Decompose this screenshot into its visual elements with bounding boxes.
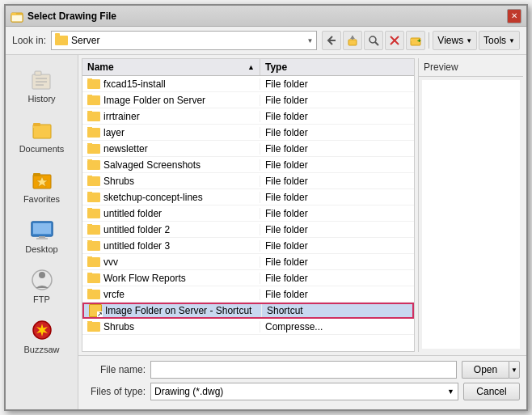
file-name-row: File name: Open ▼	[85, 361, 520, 379]
file-name-text: layer	[103, 127, 125, 138]
table-row[interactable]: Salvaged Screenshots File folder	[82, 157, 414, 173]
delete-button[interactable]	[385, 31, 404, 50]
cell-type: Shortcut	[262, 305, 343, 316]
preview-panel: Preview	[418, 58, 523, 352]
file-type-value: Drawing (*.dwg)	[154, 386, 223, 397]
open-dropdown-button[interactable]: ▼	[509, 361, 520, 379]
column-name[interactable]: Name ▲	[82, 59, 260, 75]
look-in-combo[interactable]: Server ▼	[51, 31, 317, 50]
cell-type: File folder	[260, 78, 341, 90]
tools-arrow-icon: ▼	[509, 37, 515, 44]
table-row[interactable]: irrtrainer File folder	[82, 108, 414, 125]
table-row[interactable]: Image Folder on Server - Shortcut Shortc…	[82, 303, 414, 319]
folder-icon	[87, 257, 100, 267]
file-name-input[interactable]	[150, 361, 457, 379]
cell-name: newsletter	[82, 143, 260, 155]
cell-name: Image Folder on Server	[82, 95, 260, 106]
sidebar-item-documents[interactable]: Documents	[9, 112, 75, 159]
cell-name: Shrubs	[82, 321, 260, 332]
table-row[interactable]: untitled folder File folder	[82, 205, 414, 222]
cell-name: untitled folder	[82, 208, 260, 219]
svg-rect-20	[33, 123, 40, 126]
open-label: Open	[474, 364, 497, 375]
close-button[interactable]: ✕	[507, 9, 521, 23]
folder-icon	[87, 95, 100, 105]
table-row[interactable]: fxcad15-install File folder	[82, 76, 414, 92]
cell-type: Compresse...	[260, 321, 341, 332]
table-row[interactable]: untitled folder 3 File folder	[82, 238, 414, 254]
file-type-label: Files of type:	[85, 386, 146, 397]
svg-rect-27	[36, 238, 48, 239]
svg-rect-11	[411, 39, 415, 41]
search-button[interactable]	[364, 31, 383, 50]
file-name-text: Shrubs	[103, 321, 134, 332]
file-name-text: Image Folder on Server	[103, 95, 205, 106]
sort-arrow-icon: ▲	[247, 63, 255, 71]
open-btn-group: Open ▼	[462, 361, 520, 379]
cell-name: irrtrainer	[82, 111, 260, 122]
sidebar-buzzsaw-label: Buzzsaw	[23, 345, 59, 354]
file-name-text: untitled folder 3	[103, 240, 170, 252]
up-button[interactable]	[343, 31, 362, 50]
cell-type: File folder	[260, 159, 341, 171]
table-row[interactable]: Shrubs File folder	[82, 173, 414, 189]
file-list-container: Name ▲ Type fxcad15-install File folder …	[78, 55, 526, 355]
table-row[interactable]: Shrubs Compresse...	[82, 319, 414, 335]
cell-name: Salvaged Screenshots	[82, 159, 260, 171]
table-row[interactable]: sketchup-concept-lines File folder	[82, 189, 414, 205]
sidebar-item-favorites[interactable]: Favorites	[9, 162, 75, 209]
shortcut-icon	[89, 304, 102, 317]
sidebar-item-history[interactable]: History	[9, 61, 75, 108]
file-type-combo[interactable]: Drawing (*.dwg) ▼	[150, 383, 458, 400]
col-name-label: Name	[87, 61, 114, 73]
column-type[interactable]: Type	[260, 59, 341, 75]
cell-name: layer	[82, 127, 260, 138]
cell-name: untitled folder 3	[82, 240, 260, 252]
file-name-text: vvv	[103, 256, 118, 268]
table-row[interactable]: Image Folder on Server File folder	[82, 92, 414, 108]
cell-type: File folder	[260, 127, 341, 138]
table-row[interactable]: vrcfe File folder	[82, 286, 414, 303]
svg-rect-1	[11, 15, 23, 22]
views-arrow-icon: ▼	[466, 37, 472, 44]
dialog-title: Select Drawing File	[27, 11, 116, 22]
cell-type: File folder	[260, 224, 341, 235]
file-list[interactable]: Name ▲ Type fxcad15-install File folder …	[82, 58, 415, 352]
cell-name: sketchup-concept-lines	[82, 192, 260, 203]
file-type-row: Files of type: Drawing (*.dwg) ▼ Cancel	[85, 383, 520, 400]
open-button[interactable]: Open	[462, 361, 509, 379]
cell-type: File folder	[260, 95, 341, 106]
views-button[interactable]: Views ▼	[433, 31, 477, 50]
table-row[interactable]: newsletter File folder	[82, 141, 414, 157]
cell-type: File folder	[260, 240, 341, 252]
cancel-label: Cancel	[476, 386, 506, 397]
sidebar-item-ftp[interactable]: FTP	[9, 262, 75, 309]
new-folder-button[interactable]: +	[406, 31, 425, 50]
svg-text:+: +	[417, 37, 421, 44]
preview-label: Preview	[419, 58, 523, 77]
sidebar-item-desktop[interactable]: Desktop	[9, 212, 75, 259]
sidebar-favorites-label: Favorites	[23, 194, 60, 204]
folder-icon	[87, 209, 100, 218]
folder-icon	[87, 128, 100, 138]
back-button[interactable]	[322, 31, 341, 50]
folder-icon	[87, 241, 100, 251]
svg-rect-4	[348, 40, 357, 45]
table-row[interactable]: layer File folder	[82, 125, 414, 141]
sidebar: History Documents	[6, 55, 78, 409]
tools-button[interactable]: Tools ▼	[479, 31, 520, 50]
cancel-button[interactable]: Cancel	[463, 383, 520, 400]
table-row[interactable]: untitled folder 2 File folder	[82, 222, 414, 238]
sidebar-documents-label: Documents	[19, 144, 65, 154]
file-name-text: Work Flow Reports	[103, 273, 186, 284]
preview-content	[422, 80, 520, 349]
table-row[interactable]: Work Flow Reports File folder	[82, 270, 414, 286]
main-area: History Documents	[6, 54, 526, 409]
svg-rect-2	[11, 13, 16, 15]
cell-type: File folder	[260, 192, 341, 203]
look-in-label: Look in:	[12, 35, 46, 46]
table-row[interactable]: vvv File folder	[82, 254, 414, 270]
folder-icon	[87, 273, 100, 283]
sidebar-item-buzzsaw[interactable]: Buzzsaw	[9, 312, 75, 359]
file-list-header: Name ▲ Type	[82, 59, 414, 76]
